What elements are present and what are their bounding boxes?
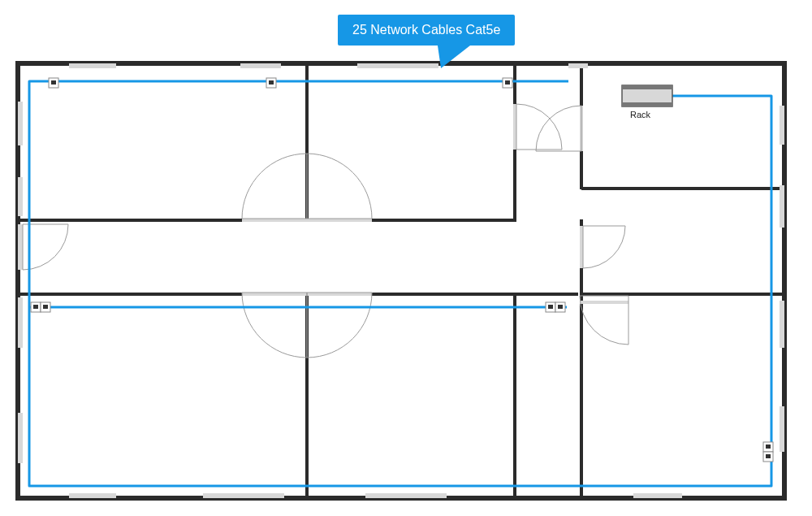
svg-rect-20 xyxy=(622,102,672,106)
opening-9 xyxy=(780,185,784,228)
cable-callout-label: 25 Network Cables Cat5e xyxy=(352,23,500,37)
opening-2 xyxy=(357,63,438,68)
rack-label: Rack xyxy=(630,110,650,119)
opening-19 xyxy=(307,293,372,296)
opening-13 xyxy=(203,493,284,498)
opening-11 xyxy=(780,406,784,452)
wall-h-1 xyxy=(581,187,784,190)
opening-3 xyxy=(568,63,588,68)
opening-7 xyxy=(18,413,23,463)
svg-rect-15 xyxy=(766,444,771,449)
svg-rect-9 xyxy=(43,305,48,309)
svg-rect-19 xyxy=(622,85,672,89)
door-swing-2 xyxy=(307,154,372,219)
network-jack-4 xyxy=(546,302,565,312)
network-jack-5 xyxy=(763,442,773,462)
svg-rect-5 xyxy=(505,80,510,85)
door-swing-7 xyxy=(583,226,625,268)
network-jack-0 xyxy=(49,78,58,88)
opening-17 xyxy=(307,219,372,222)
opening-16 xyxy=(242,219,307,222)
rack-label-text: Rack xyxy=(630,110,650,119)
door-swing-4 xyxy=(242,293,307,358)
svg-rect-7 xyxy=(33,305,38,309)
svg-rect-13 xyxy=(558,305,563,309)
opening-4 xyxy=(18,102,23,145)
wall-v-6 xyxy=(580,293,583,498)
network-jack-3 xyxy=(31,302,50,312)
wall-h-3 xyxy=(581,293,784,296)
opening-12 xyxy=(69,493,116,498)
svg-rect-11 xyxy=(548,305,553,309)
opening-24 xyxy=(580,301,628,304)
opening-22 xyxy=(580,226,583,268)
svg-rect-3 xyxy=(269,80,274,85)
opening-1 xyxy=(240,63,281,68)
door-swing-3 xyxy=(307,293,372,358)
opening-23 xyxy=(18,224,23,270)
svg-rect-1 xyxy=(51,80,56,85)
cable-run xyxy=(29,81,771,486)
opening-18 xyxy=(242,293,307,296)
rack-icon xyxy=(622,85,672,106)
opening-5 xyxy=(18,177,23,216)
opening-15 xyxy=(633,493,682,498)
wall-v-5 xyxy=(513,293,516,498)
network-jack-1 xyxy=(266,78,276,88)
opening-10 xyxy=(780,301,784,348)
network-jack-2 xyxy=(503,78,512,88)
outer-wall xyxy=(18,63,784,498)
svg-rect-17 xyxy=(766,454,771,458)
door-swing-1 xyxy=(242,154,307,219)
opening-14 xyxy=(365,493,447,498)
opening-20 xyxy=(513,104,516,150)
opening-8 xyxy=(780,106,784,145)
floorplan-stage: 25 Network Cables Cat5e Rack xyxy=(0,0,812,516)
cable-callout: 25 Network Cables Cat5e xyxy=(338,15,515,46)
opening-6 xyxy=(18,297,23,348)
opening-0 xyxy=(69,63,116,68)
floorplan-svg xyxy=(0,0,812,516)
door-swing-5 xyxy=(516,104,562,150)
